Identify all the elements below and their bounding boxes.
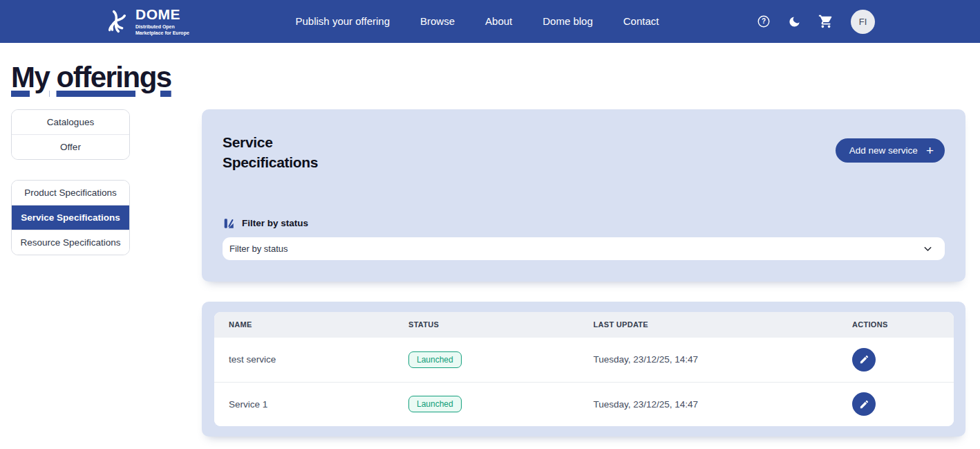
brand-name: DOME xyxy=(135,7,198,21)
sidebar: Catalogues Offer Product Specifications … xyxy=(11,109,130,275)
sidebar-group-specifications: Product Specifications Service Specifica… xyxy=(11,180,130,255)
table-header-last-update: LAST UPDATE xyxy=(579,320,838,329)
dome-logo-icon xyxy=(102,8,130,35)
help-icon: ? xyxy=(757,15,771,28)
dark-mode-toggle[interactable] xyxy=(788,15,801,28)
filter-by-status-select[interactable]: Filter by status xyxy=(223,237,945,260)
table-row: test service Launched Tuesday, 23/12/25,… xyxy=(214,338,954,382)
nav-links: Publish your offering Browse About Dome … xyxy=(296,15,659,28)
sidebar-item-offer[interactable]: Offer xyxy=(12,134,129,159)
filter-by-status-label: Filter by status xyxy=(242,218,308,228)
last-update: Tuesday, 23/12/25, 14:47 xyxy=(579,354,838,365)
table-header-actions: ACTIONS xyxy=(838,320,954,329)
page-title: My offerings xyxy=(11,61,980,94)
cart-icon xyxy=(818,14,833,29)
page-title-word-1: My xyxy=(11,61,49,93)
status-badge: Launched xyxy=(408,396,462,412)
services-table: NAME STATUS LAST UPDATE ACTIONS test ser… xyxy=(214,312,954,426)
cart-button[interactable] xyxy=(818,14,833,29)
navbar-right-actions: ? FI xyxy=(757,10,875,34)
svg-text:?: ? xyxy=(762,17,766,25)
chevron-down-icon xyxy=(922,243,934,255)
nav-link-publish-your-offering[interactable]: Publish your offering xyxy=(296,15,390,27)
filter-icon xyxy=(223,217,235,230)
table-header-status: STATUS xyxy=(394,320,579,329)
panel-title: Service Specifications xyxy=(223,133,340,173)
content-layout: Catalogues Offer Product Specifications … xyxy=(0,109,980,449)
nav-link-dome-blog[interactable]: Dome blog xyxy=(543,15,593,27)
plus-icon: + xyxy=(926,144,934,157)
sidebar-item-service-specifications[interactable]: Service Specifications xyxy=(12,205,129,230)
filter-select-value: Filter by status xyxy=(229,244,288,254)
moon-icon xyxy=(788,15,801,28)
edit-pencil-icon xyxy=(859,399,869,410)
nav-link-about[interactable]: About xyxy=(485,15,512,27)
nav-link-browse[interactable]: Browse xyxy=(420,15,455,27)
edit-service-button[interactable] xyxy=(852,392,876,416)
add-new-service-button[interactable]: Add new service + xyxy=(836,138,945,163)
filter-by-status-label-row: Filter by status xyxy=(223,217,945,230)
sidebar-group-catalogues: Catalogues Offer xyxy=(11,109,130,160)
main-column: Service Specifications Add new service +… xyxy=(202,109,965,437)
last-update: Tuesday, 23/12/25, 14:47 xyxy=(579,399,838,410)
service-name: test service xyxy=(214,354,394,365)
sidebar-item-resource-specifications[interactable]: Resource Specifications xyxy=(12,230,129,255)
service-specifications-panel: Service Specifications Add new service +… xyxy=(202,109,965,282)
top-navbar: DOME Distributed Open Marketplace for Eu… xyxy=(0,0,980,43)
dome-brand[interactable]: DOME Distributed Open Marketplace for Eu… xyxy=(102,7,198,37)
edit-service-button[interactable] xyxy=(852,348,876,372)
services-table-panel: NAME STATUS LAST UPDATE ACTIONS test ser… xyxy=(202,302,965,437)
table-header-name: NAME xyxy=(214,320,394,329)
nav-link-contact[interactable]: Contact xyxy=(623,15,659,27)
add-new-service-label: Add new service xyxy=(849,145,918,156)
table-header-row: NAME STATUS LAST UPDATE ACTIONS xyxy=(214,312,954,338)
page-title-word-2: offerings xyxy=(57,61,171,93)
sidebar-item-product-specifications[interactable]: Product Specifications xyxy=(12,181,129,205)
edit-pencil-icon xyxy=(859,354,869,365)
sidebar-item-catalogues[interactable]: Catalogues xyxy=(12,110,129,134)
panel-header: Service Specifications Add new service + xyxy=(223,133,945,173)
service-name: Service 1 xyxy=(214,399,394,410)
user-avatar[interactable]: FI xyxy=(851,10,875,34)
table-row: Service 1 Launched Tuesday, 23/12/25, 14… xyxy=(214,382,954,426)
status-badge: Launched xyxy=(408,351,462,368)
brand-tagline: Distributed Open Marketplace for Europe xyxy=(135,24,198,37)
help-button[interactable]: ? xyxy=(757,15,771,28)
